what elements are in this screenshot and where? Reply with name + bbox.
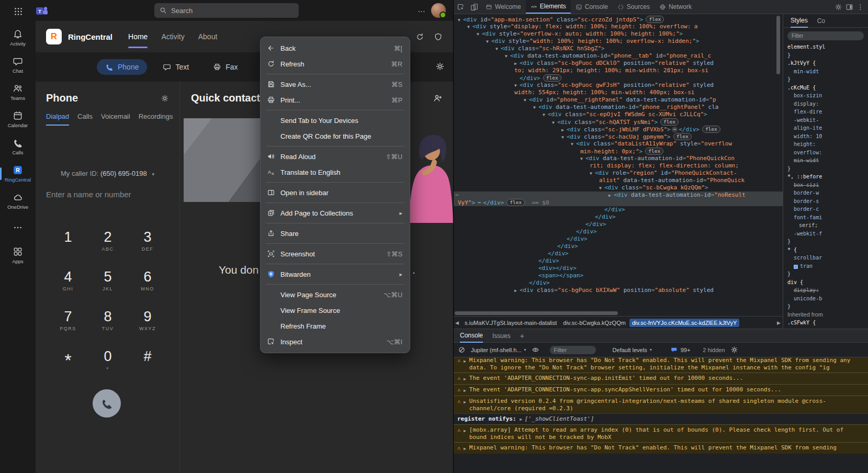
- sidebar-item-chat[interactable]: Chat: [0, 51, 36, 78]
- sidebar-item-calls[interactable]: Calls: [0, 133, 36, 160]
- dom-tree-line[interactable]: min-height: 0px;">flex: [454, 148, 783, 155]
- breadcrumb-item[interactable]: div.sc-bCwgka.kQzQQm: [560, 319, 628, 327]
- collapse-arrow-icon[interactable]: ▼: [524, 97, 529, 104]
- expand-triangle-icon[interactable]: ▶: [464, 445, 466, 452]
- dialpad-key-0[interactable]: 0+: [88, 340, 128, 380]
- sidebar-item-ringcentral[interactable]: RRingCentral: [0, 160, 36, 187]
- hidden-messages-label[interactable]: 2 hidden: [703, 347, 725, 353]
- dom-tree-line[interactable]: ▼<div class="dataListA11yWrap" style="ov…: [454, 140, 783, 148]
- horizontal-scrollbar[interactable]: [455, 311, 618, 315]
- style-line[interactable]: * {: [787, 246, 868, 254]
- dom-tree-line[interactable]: ▼<div style="width: 100%; height: 100%; …: [454, 38, 783, 45]
- dom-tree-line[interactable]: ▼<div class="sc-hacUaj gpmymm">flex: [454, 133, 783, 140]
- flex-badge[interactable]: flex: [673, 133, 692, 140]
- dom-tree-line[interactable]: ⋯▶<div data-test-automation-id="noResult: [454, 192, 783, 199]
- style-line[interactable]: element.styl: [787, 43, 868, 51]
- expand-triangle-icon[interactable]: ▶: [464, 387, 466, 394]
- collapse-arrow-icon[interactable]: ▼: [477, 31, 482, 38]
- add-tab-icon[interactable]: +: [520, 332, 524, 340]
- style-line[interactable]: display:: [787, 100, 868, 108]
- phone-settings-gear-icon[interactable]: [161, 94, 169, 103]
- collapse-arrow-icon[interactable]: ▼: [543, 111, 548, 119]
- style-line[interactable]: box-sizin: [787, 92, 868, 100]
- style-checkbox[interactable]: ✓: [794, 265, 798, 269]
- flex-badge[interactable]: flex: [543, 74, 561, 82]
- expand-arrow-icon[interactable]: ▶: [514, 60, 520, 67]
- style-line[interactable]: Inherited from: [787, 311, 868, 319]
- style-line[interactable]: min-widt: [787, 156, 868, 165]
- menu-item-back[interactable]: Back⌘[: [261, 40, 410, 56]
- sidebar-item-more[interactable]: [0, 215, 36, 242]
- issues-badge[interactable]: 99+: [671, 346, 691, 354]
- dialpad-key-1[interactable]: 1: [48, 221, 88, 261]
- style-line[interactable]: .cSFwkY {: [787, 319, 868, 327]
- dom-tree-line[interactable]: ▶<div class="sc-bgPuoc dDCklO" position=…: [454, 60, 783, 67]
- expand-arrow-icon[interactable]: ▶: [608, 192, 614, 199]
- dialpad-key-7[interactable]: 7PQRS: [48, 300, 88, 340]
- menu-item-screenshot[interactable]: Screenshot⇧⌘S: [261, 246, 410, 262]
- style-line[interactable]: align-ite: [787, 124, 868, 132]
- sidebar-item-activity[interactable]: Activity: [0, 24, 36, 51]
- style-line[interactable]: .cKcMuE {: [787, 84, 868, 92]
- nav-text[interactable]: Text: [154, 59, 197, 75]
- dom-tree-line[interactable]: VyY">⋯</div>flex == $0: [454, 199, 783, 206]
- sidebar-item-apps[interactable]: Apps: [0, 242, 36, 269]
- dom-tree-line[interactable]: alist" data-test-automation-id="PhoneQui…: [454, 177, 783, 184]
- tab-activity[interactable]: Activity: [161, 21, 184, 52]
- expand-triangle-icon[interactable]: ▶: [464, 399, 466, 406]
- style-line[interactable]: box-sizi: [787, 181, 868, 189]
- dom-tree-line[interactable]: </div>flex: [454, 74, 783, 82]
- tab-home[interactable]: Home: [128, 21, 148, 52]
- dom-tree-line[interactable]: ▼<div data-test-automation-id="phone__ri…: [454, 104, 783, 111]
- collapse-arrow-icon[interactable]: ▼: [571, 141, 576, 148]
- flex-badge[interactable]: flex: [702, 126, 720, 133]
- tab-console[interactable]: Console: [460, 329, 483, 343]
- console-settings-gear-icon[interactable]: [730, 346, 738, 354]
- tab-recordings[interactable]: Recordings: [139, 112, 173, 126]
- topbar-more-options-icon[interactable]: …: [418, 5, 426, 14]
- dialpad-key-5[interactable]: 5JKL: [88, 261, 128, 300]
- menu-item-share[interactable]: Share: [261, 226, 410, 241]
- style-line[interactable]: }: [787, 302, 868, 311]
- sidebar-item-teams[interactable]: Teams: [0, 78, 36, 106]
- dom-tree-line[interactable]: </div>: [454, 257, 783, 265]
- live-expression-eye-icon[interactable]: [532, 346, 539, 354]
- style-line[interactable]: min-widt: [787, 67, 868, 76]
- console-message[interactable]: ⚠▶The event 'ADAPTER_CONNECTION-sync-app…: [454, 373, 868, 384]
- breadcrumb-item[interactable]: div.sc-fnVYJo.cKcMuE.sc-kdZlEE.kJtVyY: [629, 319, 740, 327]
- style-line[interactable]: display:: [787, 286, 868, 295]
- menu-item-refresh-frame[interactable]: Refresh Frame: [261, 318, 410, 334]
- dom-tree-line[interactable]: </div>: [454, 279, 783, 287]
- tab-console[interactable]: Console: [571, 0, 613, 14]
- flex-badge[interactable]: flex: [660, 118, 679, 126]
- tab-calls[interactable]: Calls: [77, 112, 93, 126]
- style-line[interactable]: ✓tran: [787, 262, 868, 271]
- dialpad-key-4[interactable]: 4GHI: [48, 261, 88, 300]
- nav-fax[interactable]: Fax: [205, 59, 246, 75]
- dom-tree-line[interactable]: ▼<div class="sc-bCwgka kQzQQm">: [454, 184, 783, 192]
- collapse-arrow-icon[interactable]: ▼: [590, 170, 595, 177]
- console-message[interactable]: ⚠▶Mixpanel warning: This browser has "Do…: [454, 357, 868, 373]
- call-button[interactable]: [93, 389, 121, 418]
- dom-tree-line[interactable]: rit; display: flex; flex-direction: colu…: [454, 162, 783, 170]
- dom-tree-line[interactable]: to; width: 291px; height: 100%; min-widt…: [454, 67, 783, 74]
- dialpad-key-2[interactable]: 2ABC: [88, 221, 128, 261]
- style-line[interactable]: }: [787, 75, 868, 84]
- expand-triangle-icon[interactable]: ▶: [464, 376, 466, 382]
- menu-item-refresh[interactable]: Refresh⌘R: [261, 56, 410, 72]
- style-line[interactable]: border-w: [787, 189, 868, 197]
- menu-item-read-aloud[interactable]: Read Aloud⇧⌘U: [261, 149, 410, 164]
- style-line[interactable]: div {: [787, 278, 868, 287]
- menu-item-open-in-sidebar[interactable]: Open in sidebar: [261, 185, 410, 200]
- menu-item-inspect[interactable]: Inspect⌥⌘I: [261, 334, 410, 350]
- settings-gear-icon[interactable]: [435, 62, 445, 71]
- add-contact-icon[interactable]: [433, 94, 443, 103]
- dom-tree-line[interactable]: <span></span>: [454, 272, 783, 279]
- style-line[interactable]: }: [787, 270, 868, 278]
- caller-id-selector[interactable]: My caller ID: (650) 695-0198 ▾: [36, 170, 179, 177]
- dom-tree-line[interactable]: ▼<div class="sc-bgPuoc gwFJsH" position=…: [454, 82, 783, 89]
- dom-tree-line[interactable]: ▶<div class="sc-jWbLHF dFVXbS">⋯</div>fl…: [454, 126, 783, 133]
- collapse-arrow-icon[interactable]: ▼: [599, 185, 604, 192]
- collapse-arrow-icon[interactable]: ▼: [533, 104, 538, 111]
- dom-tree-line[interactable]: ▼<div style="display: flex; width: 100%;…: [454, 23, 783, 30]
